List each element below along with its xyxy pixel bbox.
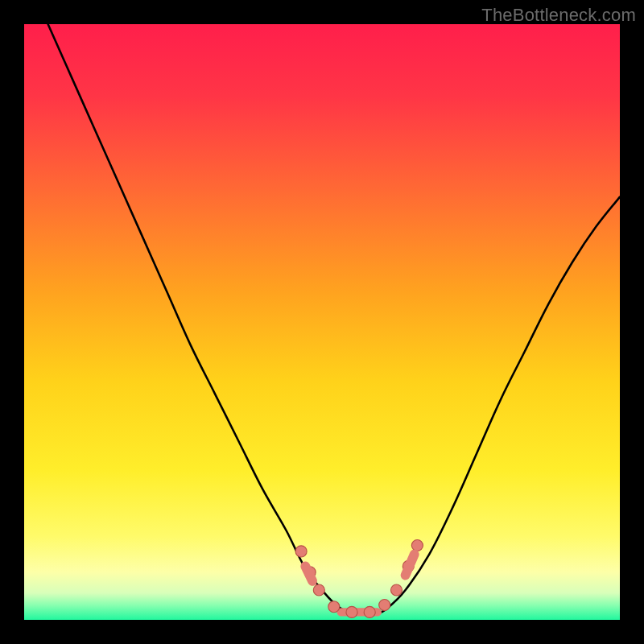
- curve-marker: [379, 599, 390, 610]
- chart-svg: [24, 24, 620, 620]
- outer-frame: TheBottleneck.com: [0, 0, 644, 644]
- curve-marker-pill: [406, 555, 415, 576]
- curve-marker: [328, 601, 340, 613]
- curve-marker: [346, 606, 357, 617]
- marker-group: [295, 539, 423, 617]
- curve-marker: [390, 584, 402, 596]
- bottleneck-curve: [48, 24, 620, 615]
- curve-marker-pill: [305, 566, 312, 581]
- curve-marker: [411, 539, 423, 551]
- curve-marker: [295, 546, 307, 557]
- watermark-text: TheBottleneck.com: [481, 5, 636, 26]
- plot-area: [24, 24, 620, 620]
- curve-marker: [364, 606, 375, 617]
- curve-marker: [313, 584, 324, 596]
